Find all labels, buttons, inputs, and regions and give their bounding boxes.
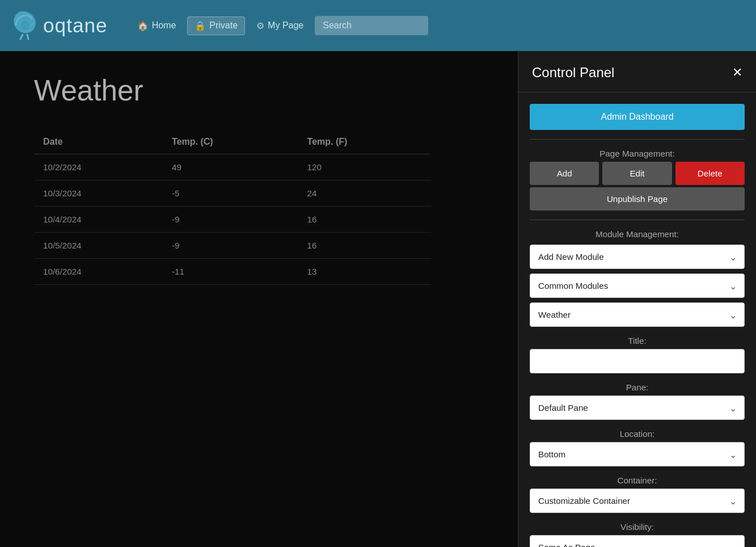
cp-panel-title: Control Panel bbox=[532, 65, 614, 81]
table-cell: -9 bbox=[163, 207, 298, 233]
table-cell: -5 bbox=[163, 180, 298, 207]
table-cell: 16 bbox=[298, 233, 431, 259]
nav-item-private-label: Private bbox=[209, 20, 238, 31]
visibility-label: Visibility: bbox=[530, 522, 745, 532]
table-cell: 120 bbox=[298, 154, 431, 180]
container-select[interactable]: Customizable Container bbox=[530, 489, 745, 513]
add-new-module-wrapper: Add New Module ⌄ bbox=[530, 245, 745, 269]
cp-body: Admin Dashboard Page Management: Add Edi… bbox=[518, 92, 756, 547]
table-header-row: Date Temp. (C) Temp. (F) bbox=[34, 130, 431, 154]
table-cell: -9 bbox=[163, 233, 298, 259]
table-cell: 10/4/2024 bbox=[34, 207, 163, 233]
pane-select[interactable]: Default Pane bbox=[530, 395, 745, 420]
admin-dashboard-button[interactable]: Admin Dashboard bbox=[530, 104, 745, 130]
weather-module-wrapper: Weather ⌄ bbox=[530, 302, 745, 327]
home-icon: 🏠 bbox=[137, 20, 149, 31]
nav-item-private[interactable]: 🔒 Private bbox=[187, 16, 245, 35]
location-label: Location: bbox=[530, 429, 745, 439]
svg-point-0 bbox=[20, 21, 29, 30]
search-input[interactable] bbox=[315, 16, 428, 35]
visibility-select-wrapper: Same As Page ⌄ bbox=[530, 535, 745, 547]
title-section: Title: bbox=[530, 336, 745, 373]
control-panel: Control Panel ✕ Admin Dashboard Page Man… bbox=[518, 51, 756, 547]
main-area: Weather Date Temp. (C) Temp. (F) 10/2/20… bbox=[0, 51, 756, 547]
close-button[interactable]: ✕ bbox=[732, 66, 742, 79]
col-temp-c: Temp. (C) bbox=[163, 130, 298, 154]
table-body: 10/2/20244912010/3/2024-52410/4/2024-916… bbox=[34, 154, 431, 285]
page-mgmt-row: Add Edit Delete bbox=[530, 162, 745, 185]
table-header: Date Temp. (C) Temp. (F) bbox=[34, 130, 431, 154]
pane-section: Pane: Default Pane ⌄ bbox=[530, 382, 745, 420]
edit-page-button[interactable]: Edit bbox=[602, 162, 671, 185]
module-management-section: Module Management: Add New Module ⌄ Comm… bbox=[530, 229, 745, 327]
page-management-label: Page Management: bbox=[530, 149, 745, 158]
col-temp-f: Temp. (F) bbox=[298, 130, 431, 154]
settings-icon: ⚙ bbox=[256, 20, 264, 31]
container-section: Container: Customizable Container ⌄ bbox=[530, 476, 745, 513]
navbar: oqtane 🏠 Home 🔒 Private ⚙ My Page bbox=[0, 0, 756, 51]
table-cell: 16 bbox=[298, 207, 431, 233]
add-new-module-select[interactable]: Add New Module bbox=[530, 245, 745, 269]
table-cell: 10/3/2024 bbox=[34, 180, 163, 207]
container-label: Container: bbox=[530, 476, 745, 485]
visibility-section: Visibility: Same As Page ⌄ bbox=[530, 522, 745, 547]
divider-1 bbox=[530, 139, 745, 140]
table-cell: 13 bbox=[298, 259, 431, 285]
table-row: 10/5/2024-916 bbox=[34, 233, 431, 259]
location-select-wrapper: Bottom ⌄ bbox=[530, 442, 745, 466]
page-title: Weather bbox=[34, 74, 484, 107]
table-cell: -11 bbox=[163, 259, 298, 285]
table-cell: 10/6/2024 bbox=[34, 259, 163, 285]
weather-module-select[interactable]: Weather bbox=[530, 302, 745, 327]
table-row: 10/4/2024-916 bbox=[34, 207, 431, 233]
container-select-wrapper: Customizable Container ⌄ bbox=[530, 489, 745, 513]
nav-item-home-label: Home bbox=[152, 20, 176, 31]
table-cell: 24 bbox=[298, 180, 431, 207]
common-modules-wrapper: Common Modules ⌄ bbox=[530, 274, 745, 298]
nav-items: 🏠 Home 🔒 Private ⚙ My Page bbox=[130, 16, 745, 35]
divider-2 bbox=[530, 220, 745, 220]
visibility-select[interactable]: Same As Page bbox=[530, 535, 745, 547]
lock-icon: 🔒 bbox=[195, 20, 206, 31]
nav-item-mypage[interactable]: ⚙ My Page bbox=[250, 17, 310, 35]
cp-header: Control Panel ✕ bbox=[518, 51, 756, 92]
table-row: 10/3/2024-524 bbox=[34, 180, 431, 207]
module-management-label: Module Management: bbox=[530, 229, 745, 239]
location-select[interactable]: Bottom bbox=[530, 442, 745, 466]
delete-page-button[interactable]: Delete bbox=[675, 162, 745, 185]
add-page-button[interactable]: Add bbox=[530, 162, 599, 185]
table-cell: 10/2/2024 bbox=[34, 154, 163, 180]
location-section: Location: Bottom ⌄ bbox=[530, 429, 745, 466]
table-cell: 10/5/2024 bbox=[34, 233, 163, 259]
oqtane-logo-icon bbox=[11, 10, 39, 41]
table-cell: 49 bbox=[163, 154, 298, 180]
table-row: 10/2/202449120 bbox=[34, 154, 431, 180]
col-date: Date bbox=[34, 130, 163, 154]
unpublish-page-button[interactable]: Unpublish Page bbox=[530, 187, 745, 211]
pane-select-wrapper: Default Pane ⌄ bbox=[530, 395, 745, 420]
nav-item-mypage-label: My Page bbox=[268, 20, 303, 31]
page-management-section: Page Management: Add Edit Delete Unpubli… bbox=[530, 149, 745, 211]
title-label: Title: bbox=[530, 336, 745, 346]
page-content: Weather Date Temp. (C) Temp. (F) 10/2/20… bbox=[0, 51, 518, 547]
logo: oqtane bbox=[11, 10, 108, 41]
title-input[interactable] bbox=[530, 349, 745, 373]
common-modules-select[interactable]: Common Modules bbox=[530, 274, 745, 298]
pane-label: Pane: bbox=[530, 382, 745, 392]
table-row: 10/6/2024-1113 bbox=[34, 259, 431, 285]
weather-table: Date Temp. (C) Temp. (F) 10/2/2024491201… bbox=[34, 130, 431, 285]
nav-item-home[interactable]: 🏠 Home bbox=[130, 17, 183, 35]
logo-text: oqtane bbox=[43, 14, 108, 37]
